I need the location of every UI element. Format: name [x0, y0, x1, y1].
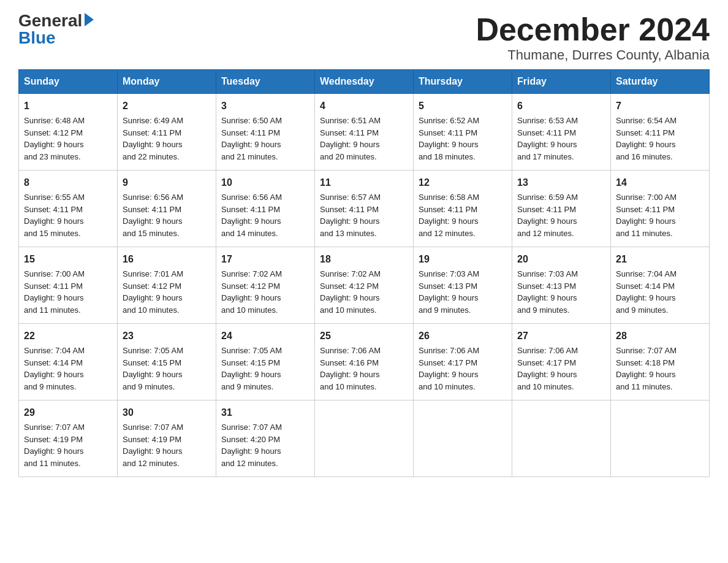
col-saturday: Saturday	[611, 70, 710, 94]
calendar-week-3: 15 Sunrise: 7:00 AMSunset: 4:11 PMDaylig…	[19, 247, 710, 324]
col-friday: Friday	[512, 70, 611, 94]
day-number: 19	[419, 252, 507, 267]
logo-blue: Blue	[18, 29, 56, 47]
day-info: Sunrise: 6:55 AMSunset: 4:11 PMDaylight:…	[24, 193, 85, 238]
day-number: 8	[24, 175, 112, 190]
day-info: Sunrise: 6:51 AMSunset: 4:11 PMDaylight:…	[320, 116, 381, 161]
day-info: Sunrise: 7:05 AMSunset: 4:15 PMDaylight:…	[123, 346, 183, 391]
day-info: Sunrise: 7:07 AMSunset: 4:20 PMDaylight:…	[221, 423, 282, 468]
day-info: Sunrise: 7:00 AMSunset: 4:11 PMDaylight:…	[24, 269, 85, 315]
calendar-cell: 21 Sunrise: 7:04 AMSunset: 4:14 PMDaylig…	[611, 247, 710, 324]
day-number: 2	[123, 99, 211, 113]
calendar-cell: 25 Sunrise: 7:06 AMSunset: 4:16 PMDaylig…	[315, 324, 414, 400]
calendar-cell: 9 Sunrise: 6:56 AMSunset: 4:11 PMDayligh…	[118, 170, 216, 247]
day-number: 4	[320, 99, 408, 113]
day-info: Sunrise: 6:50 AMSunset: 4:11 PMDaylight:…	[221, 116, 282, 161]
calendar-cell: 23 Sunrise: 7:05 AMSunset: 4:15 PMDaylig…	[118, 324, 216, 400]
calendar-week-1: 1 Sunrise: 6:48 AMSunset: 4:12 PMDayligh…	[19, 94, 710, 170]
day-number: 1	[24, 99, 112, 113]
calendar-cell: 24 Sunrise: 7:05 AMSunset: 4:15 PMDaylig…	[216, 324, 315, 400]
day-number: 21	[616, 252, 704, 267]
day-info: Sunrise: 7:06 AMSunset: 4:17 PMDaylight:…	[419, 346, 479, 391]
calendar-cell: 15 Sunrise: 7:00 AMSunset: 4:11 PMDaylig…	[19, 247, 118, 324]
col-wednesday: Wednesday	[315, 70, 414, 94]
calendar-cell: 12 Sunrise: 6:58 AMSunset: 4:11 PMDaylig…	[414, 170, 512, 247]
col-thursday: Thursday	[414, 70, 512, 94]
calendar-cell	[512, 400, 611, 477]
calendar-cell: 2 Sunrise: 6:49 AMSunset: 4:11 PMDayligh…	[118, 94, 216, 170]
calendar-week-4: 22 Sunrise: 7:04 AMSunset: 4:14 PMDaylig…	[19, 324, 710, 400]
title-block: December 2024 Thumane, Durres County, Al…	[476, 12, 710, 63]
col-tuesday: Tuesday	[216, 70, 315, 94]
calendar-cell: 31 Sunrise: 7:07 AMSunset: 4:20 PMDaylig…	[216, 400, 315, 477]
calendar-cell: 22 Sunrise: 7:04 AMSunset: 4:14 PMDaylig…	[19, 324, 118, 400]
logo-arrow-icon	[85, 13, 94, 26]
calendar-cell: 14 Sunrise: 7:00 AMSunset: 4:11 PMDaylig…	[611, 170, 710, 247]
calendar-cell: 13 Sunrise: 6:59 AMSunset: 4:11 PMDaylig…	[512, 170, 611, 247]
calendar-cell: 16 Sunrise: 7:01 AMSunset: 4:12 PMDaylig…	[118, 247, 216, 324]
calendar-cell: 20 Sunrise: 7:03 AMSunset: 4:13 PMDaylig…	[512, 247, 611, 324]
day-info: Sunrise: 7:04 AMSunset: 4:14 PMDaylight:…	[616, 269, 677, 315]
calendar-cell: 17 Sunrise: 7:02 AMSunset: 4:12 PMDaylig…	[216, 247, 315, 324]
day-info: Sunrise: 7:06 AMSunset: 4:16 PMDaylight:…	[320, 346, 381, 391]
day-number: 17	[221, 252, 309, 267]
day-number: 29	[24, 405, 112, 420]
day-info: Sunrise: 7:01 AMSunset: 4:12 PMDaylight:…	[123, 269, 183, 315]
logo: General Blue	[18, 12, 94, 47]
day-number: 6	[517, 99, 605, 113]
day-number: 26	[419, 329, 507, 343]
day-number: 5	[419, 99, 507, 113]
day-info: Sunrise: 6:56 AMSunset: 4:11 PMDaylight:…	[123, 193, 183, 238]
day-number: 30	[123, 405, 211, 420]
calendar-cell: 6 Sunrise: 6:53 AMSunset: 4:11 PMDayligh…	[512, 94, 611, 170]
day-info: Sunrise: 7:06 AMSunset: 4:17 PMDaylight:…	[517, 346, 578, 391]
day-number: 14	[616, 175, 704, 190]
day-info: Sunrise: 7:04 AMSunset: 4:14 PMDaylight:…	[24, 346, 85, 391]
calendar-cell: 10 Sunrise: 6:56 AMSunset: 4:11 PMDaylig…	[216, 170, 315, 247]
day-info: Sunrise: 6:52 AMSunset: 4:11 PMDaylight:…	[419, 116, 479, 161]
day-info: Sunrise: 7:03 AMSunset: 4:13 PMDaylight:…	[419, 269, 479, 315]
day-number: 10	[221, 175, 309, 190]
day-number: 13	[517, 175, 605, 190]
calendar-cell: 30 Sunrise: 7:07 AMSunset: 4:19 PMDaylig…	[118, 400, 216, 477]
day-info: Sunrise: 6:49 AMSunset: 4:11 PMDaylight:…	[123, 116, 183, 161]
day-info: Sunrise: 6:48 AMSunset: 4:12 PMDaylight:…	[24, 116, 85, 161]
day-info: Sunrise: 6:58 AMSunset: 4:11 PMDaylight:…	[419, 193, 479, 238]
calendar-cell: 7 Sunrise: 6:54 AMSunset: 4:11 PMDayligh…	[611, 94, 710, 170]
calendar-cell: 18 Sunrise: 7:02 AMSunset: 4:12 PMDaylig…	[315, 247, 414, 324]
page-header: General Blue December 2024 Thumane, Durr…	[18, 12, 710, 63]
calendar-cell: 28 Sunrise: 7:07 AMSunset: 4:18 PMDaylig…	[611, 324, 710, 400]
day-number: 3	[221, 99, 309, 113]
day-number: 23	[123, 329, 211, 343]
calendar-cell: 1 Sunrise: 6:48 AMSunset: 4:12 PMDayligh…	[19, 94, 118, 170]
day-number: 7	[616, 99, 704, 113]
day-number: 11	[320, 175, 408, 190]
day-info: Sunrise: 6:53 AMSunset: 4:11 PMDaylight:…	[517, 116, 578, 161]
day-number: 22	[24, 329, 112, 343]
day-number: 12	[419, 175, 507, 190]
day-info: Sunrise: 7:07 AMSunset: 4:18 PMDaylight:…	[616, 346, 677, 391]
calendar-cell: 26 Sunrise: 7:06 AMSunset: 4:17 PMDaylig…	[414, 324, 512, 400]
day-info: Sunrise: 7:00 AMSunset: 4:11 PMDaylight:…	[616, 193, 677, 238]
col-sunday: Sunday	[19, 70, 118, 94]
col-monday: Monday	[118, 70, 216, 94]
day-number: 25	[320, 329, 408, 343]
day-info: Sunrise: 6:54 AMSunset: 4:11 PMDaylight:…	[616, 116, 677, 161]
calendar-week-5: 29 Sunrise: 7:07 AMSunset: 4:19 PMDaylig…	[19, 400, 710, 477]
calendar-cell: 19 Sunrise: 7:03 AMSunset: 4:13 PMDaylig…	[414, 247, 512, 324]
calendar-cell: 27 Sunrise: 7:06 AMSunset: 4:17 PMDaylig…	[512, 324, 611, 400]
day-info: Sunrise: 7:02 AMSunset: 4:12 PMDaylight:…	[320, 269, 381, 315]
day-number: 28	[616, 329, 704, 343]
month-title: December 2024	[476, 12, 710, 47]
day-number: 18	[320, 252, 408, 267]
day-info: Sunrise: 7:07 AMSunset: 4:19 PMDaylight:…	[123, 423, 183, 468]
day-info: Sunrise: 6:59 AMSunset: 4:11 PMDaylight:…	[517, 193, 578, 238]
day-info: Sunrise: 7:07 AMSunset: 4:19 PMDaylight:…	[24, 423, 85, 468]
calendar-cell: 29 Sunrise: 7:07 AMSunset: 4:19 PMDaylig…	[19, 400, 118, 477]
logo-general: General	[18, 12, 82, 29]
calendar-table: Sunday Monday Tuesday Wednesday Thursday…	[18, 69, 710, 477]
day-info: Sunrise: 6:57 AMSunset: 4:11 PMDaylight:…	[320, 193, 381, 238]
calendar-cell: 11 Sunrise: 6:57 AMSunset: 4:11 PMDaylig…	[315, 170, 414, 247]
day-info: Sunrise: 6:56 AMSunset: 4:11 PMDaylight:…	[221, 193, 282, 238]
calendar-cell: 3 Sunrise: 6:50 AMSunset: 4:11 PMDayligh…	[216, 94, 315, 170]
